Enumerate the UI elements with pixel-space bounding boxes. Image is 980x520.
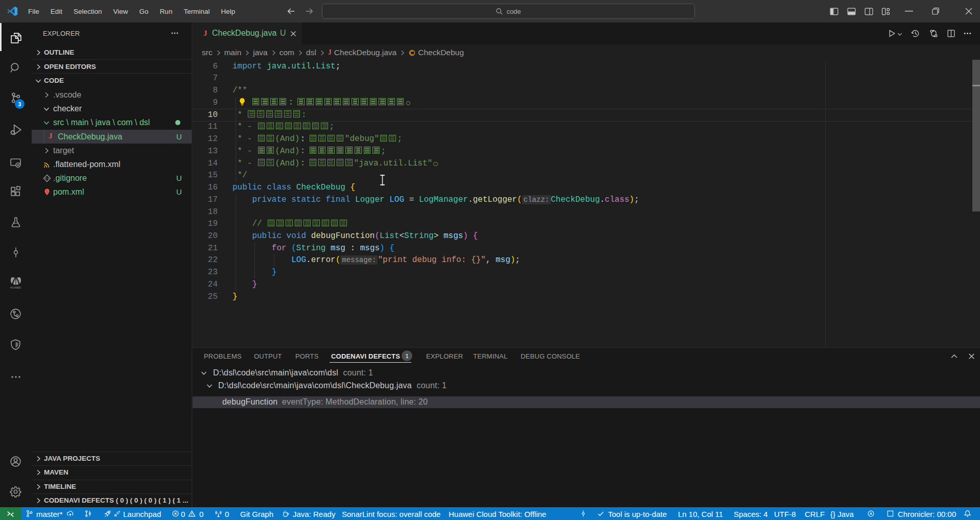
- svg-text:HUAWEI: HUAWEI: [10, 287, 21, 289]
